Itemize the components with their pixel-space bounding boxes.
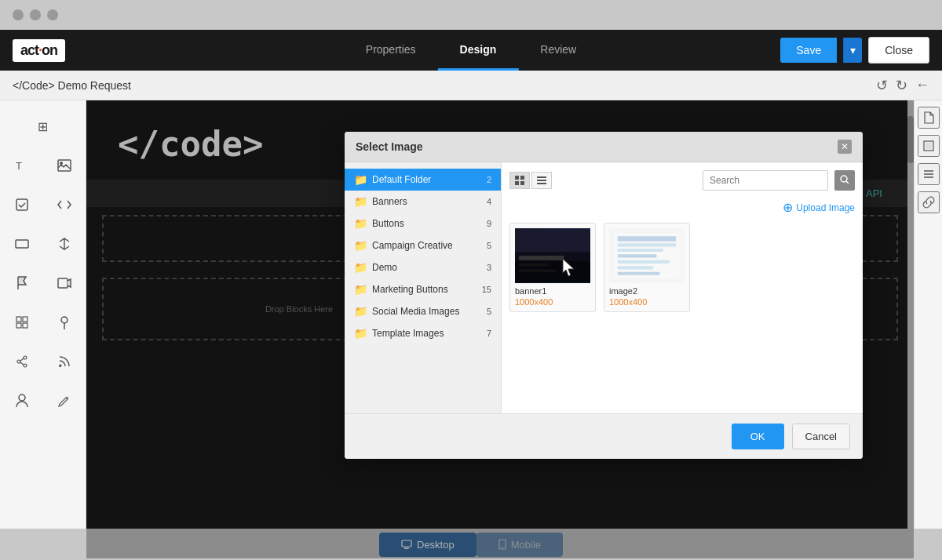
folder-item-default[interactable]: 📁 Default Folder 2 — [345, 169, 501, 191]
svg-text:T: T — [16, 160, 22, 172]
sidebar-row-2: T — [0, 146, 86, 185]
breadcrumb: </Code> Demo Request — [13, 79, 131, 92]
tab-design[interactable]: Design — [438, 31, 519, 71]
logo-area: act·on — [13, 39, 65, 62]
folder-icon-default: 📁 — [354, 173, 367, 186]
ok-button[interactable]: OK — [732, 424, 784, 449]
left-sidebar: ⊞ T — [0, 100, 86, 558]
sidebar-btn-share[interactable] — [2, 344, 42, 380]
svg-rect-26 — [519, 256, 564, 260]
folder-item-template[interactable]: 📁 Template Images 7 — [345, 322, 501, 344]
sidebar-btn-check[interactable] — [2, 187, 42, 223]
folder-label-campaign: Campaign Creative — [372, 240, 482, 251]
sidebar-btn-move[interactable] — [45, 226, 84, 262]
folder-item-social[interactable]: 📁 Social Media Images 5 — [345, 300, 501, 322]
cancel-button[interactable]: Cancel — [792, 424, 850, 449]
folder-icon-social: 📁 — [354, 305, 367, 318]
search-upload-area — [703, 170, 855, 191]
svg-point-11 — [24, 356, 27, 359]
sidebar-btn-image[interactable] — [45, 147, 84, 184]
sidebar-btn-block[interactable] — [2, 226, 42, 262]
sidebar-row-5 — [0, 264, 86, 303]
folder-item-banners[interactable]: 📁 Banners 4 — [345, 191, 501, 213]
svg-rect-5 — [58, 278, 68, 288]
svg-rect-18 — [515, 181, 519, 185]
svg-rect-28 — [519, 269, 557, 272]
sidebar-btn-layout[interactable]: ⊞ — [24, 108, 63, 144]
svg-point-12 — [24, 364, 27, 367]
sidebar-btn-video[interactable] — [45, 265, 84, 301]
sidebar-row-7 — [0, 342, 86, 381]
folder-item-campaign[interactable]: 📁 Campaign Creative 5 — [345, 235, 501, 256]
svg-rect-4 — [16, 240, 28, 248]
back-button[interactable]: ← — [915, 77, 929, 94]
sidebar-btn-edit[interactable] — [45, 383, 84, 419]
tab-review[interactable]: Review — [518, 31, 598, 71]
nav-tabs: Properties Design Review — [344, 31, 598, 71]
save-dropdown-button[interactable]: ▾ — [843, 38, 862, 63]
modal-title: Select Image — [356, 140, 423, 153]
image-item-image2[interactable]: image2 1000x400 — [604, 223, 690, 312]
modal-content-toolbar — [509, 170, 855, 191]
svg-rect-36 — [618, 272, 660, 275]
sidebar-btn-pin[interactable] — [45, 304, 84, 340]
close-button[interactable]: Close — [868, 37, 929, 64]
breadcrumb-actions: ↺ ↻ ← — [876, 77, 929, 94]
sidebar-btn-code[interactable] — [45, 187, 84, 223]
sidebar-row-8 — [0, 381, 86, 420]
right-btn-layers[interactable] — [918, 163, 940, 185]
sidebar-btn-grid[interactable] — [2, 304, 42, 340]
canvas-area: </code> Blog API Drop Blocks Here Drop B… — [86, 100, 914, 558]
search-input[interactable] — [703, 170, 828, 191]
svg-rect-31 — [618, 243, 677, 246]
svg-point-10 — [61, 317, 68, 323]
svg-rect-16 — [515, 176, 519, 180]
folder-label-marketing: Marketing Buttons — [372, 284, 477, 295]
svg-rect-17 — [520, 176, 524, 180]
modal-close-button[interactable]: ✕ — [838, 140, 852, 154]
image-item-banner1[interactable]: banner1 1000x400 — [509, 223, 596, 312]
svg-rect-8 — [16, 323, 21, 328]
undo-button[interactable]: ↺ — [876, 77, 888, 94]
modal-folder-sidebar: 📁 Default Folder 2 📁 Banners 4 📁 Buttons — [345, 162, 502, 413]
traffic-lights — [0, 0, 942, 30]
svg-rect-35 — [618, 266, 654, 269]
sidebar-btn-rss[interactable] — [45, 344, 84, 380]
modal-overlay: Select Image ✕ 📁 Default Folder 2 📁 — [86, 100, 914, 558]
tab-properties[interactable]: Properties — [344, 31, 438, 71]
folder-icon-campaign: 📁 — [354, 239, 367, 252]
view-grid-button[interactable] — [509, 172, 530, 189]
svg-rect-20 — [537, 176, 546, 178]
upload-icon: ⊕ — [783, 200, 793, 215]
sidebar-btn-flag[interactable] — [2, 265, 42, 301]
folder-count-default: 2 — [487, 175, 491, 184]
image-name-image2: image2 — [609, 286, 685, 296]
cursor-icon — [560, 257, 579, 279]
right-btn-style[interactable] — [918, 135, 940, 157]
folder-item-buttons[interactable]: 📁 Buttons 9 — [345, 213, 501, 235]
select-image-modal: Select Image ✕ 📁 Default Folder 2 📁 — [345, 132, 863, 459]
sidebar-btn-user[interactable] — [2, 383, 42, 419]
folder-label-template: Template Images — [372, 328, 482, 339]
upload-image-link[interactable]: ⊕ Upload Image — [783, 200, 855, 215]
traffic-light-red — [13, 9, 24, 20]
sidebar-row-4 — [0, 224, 86, 264]
view-list-button[interactable] — [531, 172, 552, 189]
svg-rect-32 — [618, 249, 663, 252]
folder-count-marketing: 15 — [482, 285, 491, 294]
right-btn-page[interactable] — [918, 107, 940, 129]
svg-rect-3 — [16, 199, 27, 210]
search-button[interactable] — [834, 170, 855, 191]
svg-rect-9 — [23, 323, 27, 328]
redo-button[interactable]: ↻ — [896, 77, 907, 94]
save-button[interactable]: Save — [780, 38, 837, 63]
sidebar-btn-text[interactable]: T — [2, 147, 42, 184]
folder-item-demo[interactable]: 📁 Demo 3 — [345, 256, 501, 278]
traffic-light-green — [47, 9, 58, 20]
folder-item-marketing[interactable]: 📁 Marketing Buttons 15 — [345, 278, 501, 300]
svg-point-15 — [19, 395, 25, 401]
folder-label-default: Default Folder — [372, 174, 482, 185]
image-size-banner1: 1000x400 — [515, 297, 590, 307]
thumb-banner1-bg — [515, 228, 590, 283]
right-btn-link[interactable] — [918, 191, 940, 213]
